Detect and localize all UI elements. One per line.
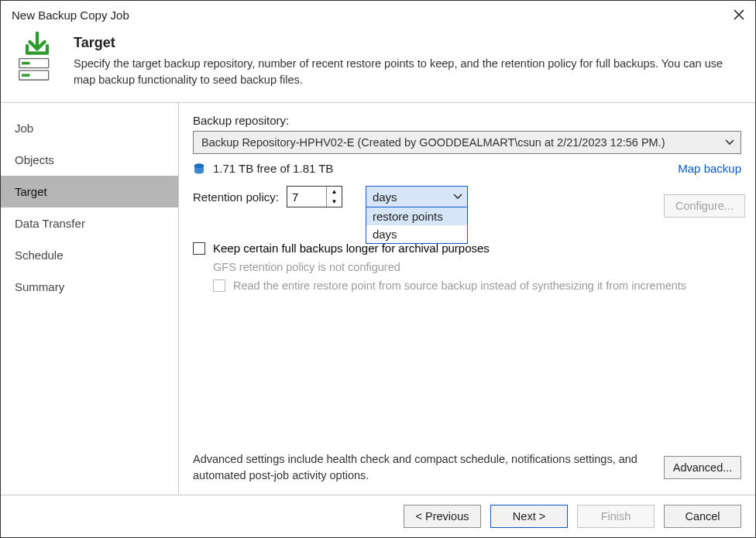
step-job[interactable]: Job	[1, 112, 178, 144]
step-objects[interactable]: Objects	[1, 144, 178, 176]
close-icon[interactable]	[734, 9, 744, 20]
combo-option-restore-points[interactable]: restore points	[366, 207, 467, 225]
svg-rect-1	[22, 62, 29, 64]
step-summary[interactable]: Summary	[1, 271, 178, 303]
spinner-up-icon[interactable]: ▲	[327, 187, 342, 197]
retention-value-input[interactable]	[287, 187, 326, 207]
wizard-body: Job Objects Target Data Transfer Schedul…	[1, 103, 755, 495]
read-entire-label: Read the entire restore point from sourc…	[233, 279, 686, 292]
wizard-footer: < Previous Next > Finish Cancel	[1, 495, 755, 537]
chevron-down-icon	[725, 139, 734, 146]
content-panel: Backup repository: Backup Repository-HPH…	[179, 103, 755, 495]
cancel-button[interactable]: Cancel	[664, 505, 741, 528]
combo-option-days[interactable]: days	[366, 225, 467, 243]
read-entire-checkbox	[213, 279, 225, 292]
map-backup-link[interactable]: Map backup	[678, 162, 741, 175]
retention-unit-selected: days	[373, 190, 397, 204]
advanced-button[interactable]: Advanced...	[664, 456, 741, 479]
next-button[interactable]: Next >	[490, 505, 568, 528]
retention-unit-combo[interactable]: days	[366, 186, 468, 207]
spinner-down-icon[interactable]: ▼	[327, 197, 342, 207]
chevron-down-icon	[453, 194, 462, 200]
wizard-header: Target Specify the target backup reposit…	[1, 27, 755, 103]
advanced-description: Advanced settings include health check a…	[193, 451, 651, 484]
svg-rect-3	[22, 74, 29, 76]
titlebar: New Backup Copy Job	[1, 1, 755, 27]
step-data-transfer[interactable]: Data Transfer	[1, 207, 178, 239]
repo-selected-text: Backup Repository-HPHV02-E (Created by G…	[201, 136, 665, 149]
repo-label: Backup repository:	[193, 114, 741, 127]
finish-button: Finish	[577, 505, 655, 528]
target-page-icon	[15, 32, 60, 81]
retention-label: Retention policy:	[193, 190, 279, 204]
wizard-window: New Backup Copy Job Target Specify the t…	[0, 0, 756, 538]
retention-unit-dropdown: restore points days	[366, 207, 468, 244]
step-schedule[interactable]: Schedule	[1, 239, 178, 271]
configure-button: Configure...	[664, 194, 745, 218]
disk-icon	[193, 163, 205, 175]
previous-button[interactable]: < Previous	[404, 505, 481, 528]
keep-full-checkbox[interactable]	[193, 242, 205, 255]
gfs-note: GFS retention policy is not configured	[213, 261, 741, 273]
page-title: Target	[74, 35, 741, 51]
repo-select[interactable]: Backup Repository-HPHV02-E (Created by G…	[193, 131, 741, 154]
free-space-text: 1.71 TB free of 1.81 TB	[213, 162, 333, 175]
retention-value-spinner[interactable]: ▲ ▼	[287, 186, 342, 207]
page-subtitle: Specify the target backup repository, nu…	[74, 56, 741, 88]
wizard-steps: Job Objects Target Data Transfer Schedul…	[1, 103, 179, 495]
step-target[interactable]: Target	[1, 176, 178, 207]
window-title: New Backup Copy Job	[12, 9, 129, 22]
